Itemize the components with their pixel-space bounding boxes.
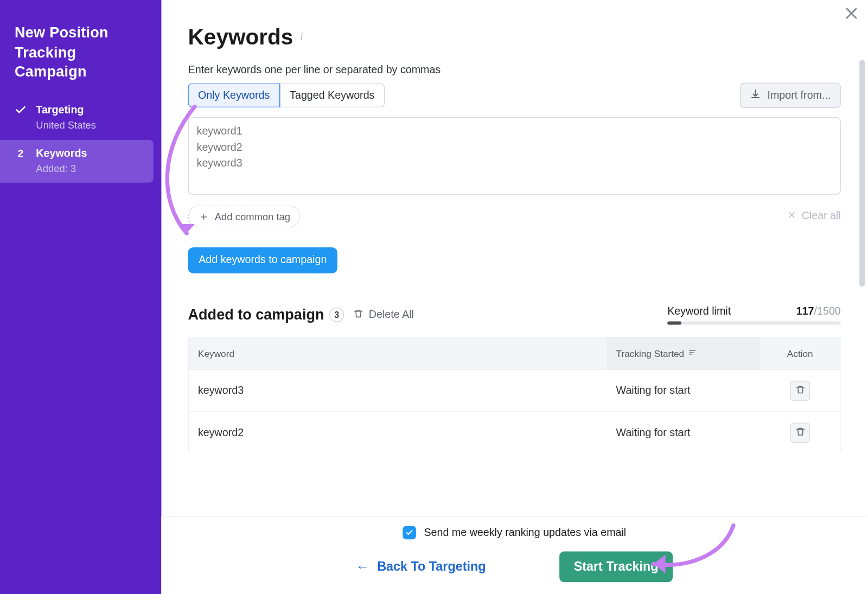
info-icon[interactable]: i [300,31,303,43]
close-button[interactable] [844,5,859,24]
column-tracking-started[interactable]: Tracking Started [607,337,760,369]
keyword-limit: Keyword limit 117/1500 [667,305,841,324]
keyword-mode-segment: Only Keywords Tagged Keywords [188,83,385,107]
delete-row-button[interactable] [790,380,810,400]
back-label: Back To Targeting [377,559,486,574]
step-label: Keywords [36,145,87,161]
add-common-tag-button[interactable]: ＋ Add common tag [188,205,301,227]
added-title: Added to campaign 3 [188,306,344,323]
page-title-text: Keywords [188,24,293,50]
close-icon [788,210,796,222]
trash-icon [795,385,805,397]
column-keyword[interactable]: Keyword [189,337,607,369]
table-row: keyword2 Waiting for start [189,411,840,453]
download-icon [750,88,761,102]
trash-icon [354,309,363,321]
cell-keyword: keyword2 [189,412,607,453]
added-count-badge: 3 [329,308,344,322]
check-icon [15,102,27,133]
keywords-table: Keyword Tracking Started Action keyword3… [188,336,841,453]
sidebar-step-targeting[interactable]: Targeting United States [0,97,161,139]
sidebar-step-keywords[interactable]: 2 Keywords Added: 3 [0,140,154,183]
main-panel: Keywords i Enter keywords one per line o… [161,0,867,594]
keywords-textarea[interactable] [188,117,841,195]
column-action: Action [760,337,840,369]
tab-only-keywords[interactable]: Only Keywords [188,83,280,107]
clear-all-label: Clear all [802,210,841,222]
scrollbar-thumb[interactable] [859,60,865,287]
instruction-text: Enter keywords one per line or separated… [188,63,841,75]
sort-descending-icon [688,348,697,359]
back-to-targeting-link[interactable]: ← Back To Targeting [356,559,486,574]
tab-tagged-keywords[interactable]: Tagged Keywords [280,83,385,107]
trash-icon [795,426,805,438]
cell-keyword: keyword3 [189,370,607,411]
delete-row-button[interactable] [790,423,810,443]
wizard-title: New Position Tracking Campaign [0,23,161,97]
add-keywords-button[interactable]: Add keywords to campaign [188,247,337,273]
table-row: keyword3 Waiting for start [189,369,840,411]
step-label: Targeting [36,102,96,118]
limit-label: Keyword limit [667,305,731,317]
step-number: 2 [15,145,27,176]
wizard-title-line1: New Position Tracking [15,24,108,60]
clear-all-button[interactable]: Clear all [788,210,841,222]
limit-total: /1500 [814,305,841,316]
weekly-updates-label: Send me weekly ranking updates via email [424,527,626,539]
limit-progress-bar [667,321,841,324]
wizard-sidebar: New Position Tracking Campaign Targeting… [0,0,161,594]
cell-status: Waiting for start [607,412,760,453]
limit-used: 117 [796,305,814,316]
import-label: Import from... [767,89,831,101]
cell-status: Waiting for start [607,370,760,411]
add-tag-label: Add common tag [215,210,290,222]
weekly-updates-checkbox[interactable] [403,526,416,540]
step-sublabel: Added: 3 [36,161,87,176]
import-from-button[interactable]: Import from... [740,82,841,108]
delete-all-label: Delete All [369,309,414,321]
arrow-left-icon: ← [356,559,369,574]
column-tracking-label: Tracking Started [616,348,685,359]
plus-icon: ＋ [198,210,209,222]
wizard-title-line2: Campaign [15,63,87,80]
start-tracking-button[interactable]: Start Tracking [559,551,673,582]
footer: Send me weekly ranking updates via email… [161,516,867,594]
delete-all-button[interactable]: Delete All [354,309,414,321]
added-title-text: Added to campaign [188,306,324,323]
page-title: Keywords i [188,24,841,50]
step-sublabel: United States [36,118,96,133]
